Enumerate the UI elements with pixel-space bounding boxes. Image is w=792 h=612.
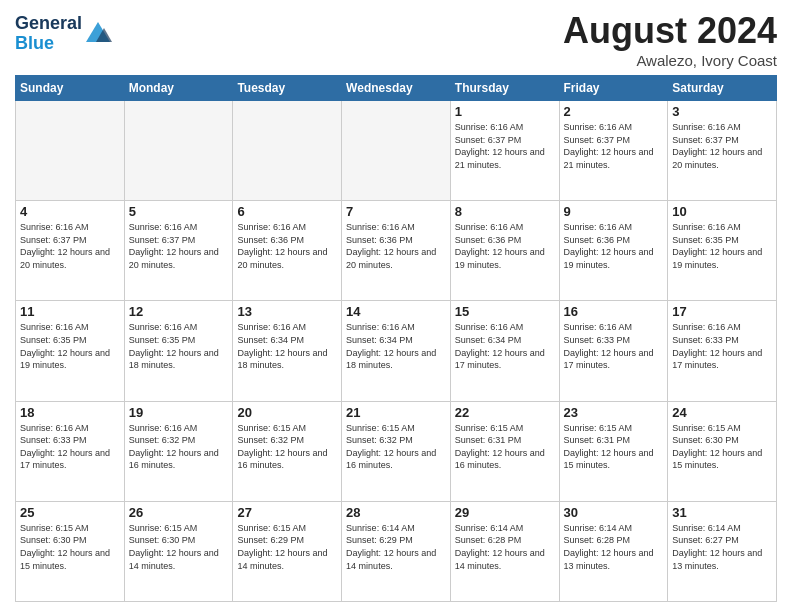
calendar-week-row: 11Sunrise: 6:16 AMSunset: 6:35 PMDayligh… [16,301,777,401]
day-info: Sunrise: 6:15 AMSunset: 6:29 PMDaylight:… [237,522,337,572]
month-year: August 2024 [563,10,777,52]
day-number: 9 [564,204,664,219]
logo: GeneralBlue [15,14,112,54]
day-number: 25 [20,505,120,520]
day-number: 20 [237,405,337,420]
day-info: Sunrise: 6:16 AMSunset: 6:36 PMDaylight:… [564,221,664,271]
day-number: 18 [20,405,120,420]
logo-text: GeneralBlue [15,14,82,54]
day-number: 8 [455,204,555,219]
day-number: 22 [455,405,555,420]
calendar-cell: 26Sunrise: 6:15 AMSunset: 6:30 PMDayligh… [124,501,233,601]
day-info: Sunrise: 6:15 AMSunset: 6:31 PMDaylight:… [564,422,664,472]
day-info: Sunrise: 6:16 AMSunset: 6:33 PMDaylight:… [20,422,120,472]
calendar-cell: 30Sunrise: 6:14 AMSunset: 6:28 PMDayligh… [559,501,668,601]
day-number: 2 [564,104,664,119]
calendar-cell: 10Sunrise: 6:16 AMSunset: 6:35 PMDayligh… [668,201,777,301]
day-number: 4 [20,204,120,219]
col-header-friday: Friday [559,76,668,101]
col-header-monday: Monday [124,76,233,101]
day-info: Sunrise: 6:16 AMSunset: 6:33 PMDaylight:… [564,321,664,371]
calendar-cell: 5Sunrise: 6:16 AMSunset: 6:37 PMDaylight… [124,201,233,301]
calendar-cell: 22Sunrise: 6:15 AMSunset: 6:31 PMDayligh… [450,401,559,501]
calendar-cell: 1Sunrise: 6:16 AMSunset: 6:37 PMDaylight… [450,101,559,201]
day-number: 12 [129,304,229,319]
day-number: 10 [672,204,772,219]
calendar-week-row: 4Sunrise: 6:16 AMSunset: 6:37 PMDaylight… [16,201,777,301]
day-number: 29 [455,505,555,520]
day-number: 27 [237,505,337,520]
day-info: Sunrise: 6:16 AMSunset: 6:32 PMDaylight:… [129,422,229,472]
day-info: Sunrise: 6:14 AMSunset: 6:27 PMDaylight:… [672,522,772,572]
day-info: Sunrise: 6:16 AMSunset: 6:37 PMDaylight:… [672,121,772,171]
day-info: Sunrise: 6:16 AMSunset: 6:35 PMDaylight:… [20,321,120,371]
calendar-cell: 27Sunrise: 6:15 AMSunset: 6:29 PMDayligh… [233,501,342,601]
calendar-cell [124,101,233,201]
calendar-cell [233,101,342,201]
calendar-cell: 13Sunrise: 6:16 AMSunset: 6:34 PMDayligh… [233,301,342,401]
calendar-week-row: 1Sunrise: 6:16 AMSunset: 6:37 PMDaylight… [16,101,777,201]
calendar-cell: 29Sunrise: 6:14 AMSunset: 6:28 PMDayligh… [450,501,559,601]
day-info: Sunrise: 6:15 AMSunset: 6:31 PMDaylight:… [455,422,555,472]
day-info: Sunrise: 6:16 AMSunset: 6:37 PMDaylight:… [129,221,229,271]
day-number: 7 [346,204,446,219]
col-header-sunday: Sunday [16,76,125,101]
day-number: 6 [237,204,337,219]
calendar-cell [16,101,125,201]
col-header-thursday: Thursday [450,76,559,101]
calendar-cell [342,101,451,201]
calendar-cell: 18Sunrise: 6:16 AMSunset: 6:33 PMDayligh… [16,401,125,501]
day-number: 5 [129,204,229,219]
day-info: Sunrise: 6:15 AMSunset: 6:32 PMDaylight:… [237,422,337,472]
calendar-page: GeneralBlue August 2024 Awalezo, Ivory C… [0,0,792,612]
day-number: 30 [564,505,664,520]
calendar-cell: 25Sunrise: 6:15 AMSunset: 6:30 PMDayligh… [16,501,125,601]
calendar-cell: 24Sunrise: 6:15 AMSunset: 6:30 PMDayligh… [668,401,777,501]
day-info: Sunrise: 6:15 AMSunset: 6:30 PMDaylight:… [20,522,120,572]
day-info: Sunrise: 6:16 AMSunset: 6:37 PMDaylight:… [455,121,555,171]
day-info: Sunrise: 6:15 AMSunset: 6:30 PMDaylight:… [129,522,229,572]
day-info: Sunrise: 6:16 AMSunset: 6:37 PMDaylight:… [20,221,120,271]
calendar-cell: 23Sunrise: 6:15 AMSunset: 6:31 PMDayligh… [559,401,668,501]
calendar-cell: 6Sunrise: 6:16 AMSunset: 6:36 PMDaylight… [233,201,342,301]
col-header-wednesday: Wednesday [342,76,451,101]
day-info: Sunrise: 6:14 AMSunset: 6:29 PMDaylight:… [346,522,446,572]
day-number: 3 [672,104,772,119]
calendar-cell: 9Sunrise: 6:16 AMSunset: 6:36 PMDaylight… [559,201,668,301]
day-info: Sunrise: 6:16 AMSunset: 6:36 PMDaylight:… [455,221,555,271]
day-number: 16 [564,304,664,319]
calendar-cell: 15Sunrise: 6:16 AMSunset: 6:34 PMDayligh… [450,301,559,401]
day-info: Sunrise: 6:15 AMSunset: 6:30 PMDaylight:… [672,422,772,472]
day-number: 14 [346,304,446,319]
calendar-cell: 11Sunrise: 6:16 AMSunset: 6:35 PMDayligh… [16,301,125,401]
day-number: 15 [455,304,555,319]
calendar-cell: 31Sunrise: 6:14 AMSunset: 6:27 PMDayligh… [668,501,777,601]
day-info: Sunrise: 6:16 AMSunset: 6:34 PMDaylight:… [455,321,555,371]
day-info: Sunrise: 6:16 AMSunset: 6:36 PMDaylight:… [237,221,337,271]
calendar-cell: 21Sunrise: 6:15 AMSunset: 6:32 PMDayligh… [342,401,451,501]
day-number: 26 [129,505,229,520]
day-number: 21 [346,405,446,420]
day-info: Sunrise: 6:16 AMSunset: 6:35 PMDaylight:… [672,221,772,271]
title-block: August 2024 Awalezo, Ivory Coast [563,10,777,69]
day-info: Sunrise: 6:16 AMSunset: 6:34 PMDaylight:… [237,321,337,371]
day-number: 13 [237,304,337,319]
calendar-header-row: SundayMondayTuesdayWednesdayThursdayFrid… [16,76,777,101]
calendar-cell: 2Sunrise: 6:16 AMSunset: 6:37 PMDaylight… [559,101,668,201]
calendar-cell: 16Sunrise: 6:16 AMSunset: 6:33 PMDayligh… [559,301,668,401]
logo-icon [84,20,112,48]
day-number: 31 [672,505,772,520]
calendar-cell: 3Sunrise: 6:16 AMSunset: 6:37 PMDaylight… [668,101,777,201]
calendar-cell: 20Sunrise: 6:15 AMSunset: 6:32 PMDayligh… [233,401,342,501]
calendar-week-row: 25Sunrise: 6:15 AMSunset: 6:30 PMDayligh… [16,501,777,601]
col-header-saturday: Saturday [668,76,777,101]
day-info: Sunrise: 6:16 AMSunset: 6:33 PMDaylight:… [672,321,772,371]
location: Awalezo, Ivory Coast [563,52,777,69]
calendar-cell: 12Sunrise: 6:16 AMSunset: 6:35 PMDayligh… [124,301,233,401]
calendar-cell: 28Sunrise: 6:14 AMSunset: 6:29 PMDayligh… [342,501,451,601]
day-info: Sunrise: 6:16 AMSunset: 6:34 PMDaylight:… [346,321,446,371]
calendar-cell: 8Sunrise: 6:16 AMSunset: 6:36 PMDaylight… [450,201,559,301]
day-number: 17 [672,304,772,319]
calendar-week-row: 18Sunrise: 6:16 AMSunset: 6:33 PMDayligh… [16,401,777,501]
day-number: 28 [346,505,446,520]
